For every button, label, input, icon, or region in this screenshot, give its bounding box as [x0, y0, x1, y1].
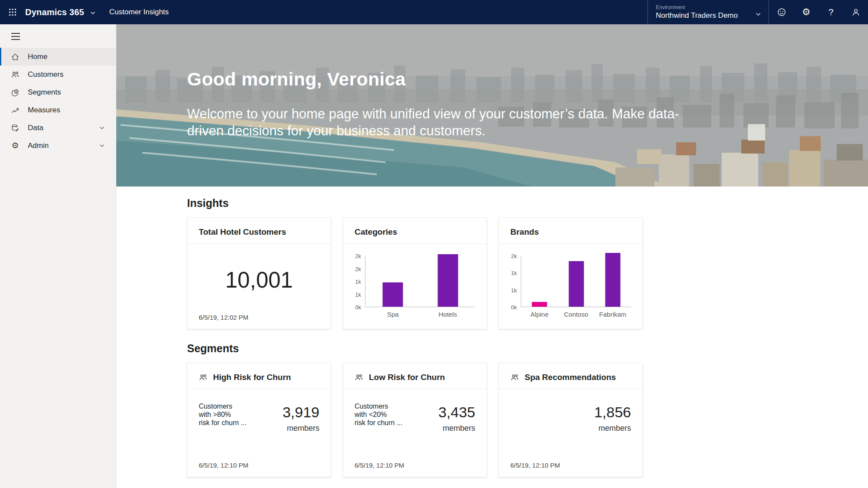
database-edit-icon — [11, 124, 20, 132]
hamburger-menu-icon[interactable] — [10, 31, 22, 42]
x-axis-label: Fabrikam — [599, 311, 627, 318]
sidebar-item-data[interactable]: Data — [0, 119, 116, 137]
x-axis-label: Hotels — [438, 311, 457, 318]
welcome-message: Welcome to your home page with unified v… — [187, 105, 686, 139]
segment-title: Low Risk for Churn — [369, 373, 445, 382]
sidebar-item-admin[interactable]: ⚙ Admin — [0, 137, 116, 154]
people-icon — [11, 70, 20, 79]
trending-arrow-icon — [11, 106, 20, 115]
main-content: Good morning, Veronica Welcome to your h… — [116, 24, 868, 488]
gear-icon: ⚙ — [802, 7, 811, 17]
card-timestamp: 6/5/19, 12:10 PM — [199, 462, 248, 469]
chart-plot-area: SpaHotels — [365, 256, 475, 307]
segment-member-count: 1,856 — [594, 404, 631, 421]
settings-button[interactable]: ⚙ — [794, 0, 819, 24]
sidebar-navigation: Home Customers Segments — [0, 24, 116, 488]
segment-header: Low Risk for Churn — [343, 363, 487, 389]
pie-segments-icon — [11, 88, 20, 97]
total-hotel-customers-card[interactable]: Total Hotel Customers 10,001 6/5/19, 12:… — [187, 217, 331, 329]
segment-description: Customers with >80% risk for churn ... — [199, 402, 247, 427]
segment-description: Customers with <20% risk for churn ... — [355, 402, 402, 427]
feedback-button[interactable] — [769, 0, 794, 24]
y-tick-label: 1k — [355, 279, 361, 285]
y-tick-label: 2k — [355, 253, 361, 259]
environment-label: Environment — [656, 4, 738, 10]
sidebar-item-label: Customers — [28, 70, 63, 79]
dashboard-content: Insights Total Hotel Customers 10,001 6/… — [116, 187, 868, 477]
bar-fabrikam — [605, 253, 620, 307]
insights-section-title: Insights — [187, 197, 851, 210]
people-icon — [355, 373, 363, 382]
help-button[interactable]: ? — [819, 0, 843, 24]
categories-card[interactable]: Categories 0k1k1k2k2k SpaHotels — [343, 217, 487, 329]
segment-header: Spa Recommendations — [499, 363, 642, 389]
y-tick-label: 2k — [511, 253, 517, 259]
segments-card-row: High Risk for Churn Customers with >80% … — [187, 363, 851, 477]
segment-metric: 1,856 members — [594, 402, 631, 433]
segment-title: High Risk for Churn — [213, 373, 291, 382]
sidebar-item-home[interactable]: Home — [0, 48, 116, 66]
sidebar-item-segments[interactable]: Segments — [0, 83, 116, 101]
chevron-down-icon[interactable] — [99, 126, 105, 130]
card-divider — [499, 243, 642, 244]
sidebar-item-label: Measures — [28, 106, 60, 115]
bar-spa — [383, 282, 403, 307]
smiley-icon — [777, 7, 786, 17]
y-tick-label: 0k — [511, 305, 517, 310]
product-name: Customer Insights — [109, 8, 169, 16]
bar-hotels — [437, 254, 458, 307]
y-tick-label: 0k — [355, 305, 361, 310]
y-tick-label: 1k — [511, 270, 517, 276]
segment-metric: 3,435 members — [438, 402, 475, 433]
brands-card[interactable]: Brands 0k1k1k2k AlpineContosoFabrikam — [499, 217, 643, 329]
app-launcher-waffle-icon[interactable] — [0, 0, 25, 24]
sidebar-item-label: Admin — [28, 141, 49, 150]
x-axis-label: Alpine — [530, 311, 549, 318]
person-icon — [851, 7, 861, 17]
question-mark-icon: ? — [829, 7, 834, 17]
brands-bar-chart: 0k1k1k2k AlpineContosoFabrikam — [503, 256, 631, 307]
bar-contoso — [569, 261, 584, 307]
segment-metric: 3,919 members — [283, 402, 319, 433]
card-timestamp: 6/5/19, 12:10 PM — [355, 462, 404, 469]
gear-icon: ⚙ — [11, 141, 20, 150]
chart-y-axis: 0k1k1k2k2k — [348, 256, 365, 307]
segment-unit-label: members — [438, 424, 475, 433]
segment-card-high-risk-churn[interactable]: High Risk for Churn Customers with >80% … — [187, 363, 331, 477]
chevron-down-icon[interactable] — [99, 144, 105, 147]
home-icon — [11, 52, 20, 61]
sidebar-item-measures[interactable]: Measures — [0, 101, 116, 119]
app-title[interactable]: Dynamics 365 — [25, 7, 84, 17]
card-title: Categories — [343, 218, 487, 243]
account-button[interactable] — [843, 0, 868, 24]
kpi-value: 10,001 — [187, 267, 331, 293]
waffle-icon — [9, 8, 16, 16]
environment-picker[interactable]: Environment Northwind Traders Demo — [648, 0, 769, 24]
sidebar-item-customers[interactable]: Customers — [0, 66, 116, 83]
chevron-down-icon — [756, 13, 761, 16]
segment-card-low-risk-churn[interactable]: Low Risk for Churn Customers with <20% r… — [343, 363, 487, 477]
segment-member-count: 3,435 — [438, 404, 475, 421]
segment-card-spa-recommendations[interactable]: Spa Recommendations 1,856 members 6/5/19… — [499, 363, 643, 477]
card-timestamp: 6/5/19, 12:10 PM — [510, 462, 560, 469]
segment-body: 1,856 members — [499, 389, 642, 433]
greeting-heading: Good morning, Veronica — [187, 69, 686, 90]
x-axis-label: Spa — [387, 311, 399, 318]
card-divider — [343, 243, 487, 244]
chart-plot-area: AlpineContosoFabrikam — [521, 256, 631, 307]
card-title: Total Hotel Customers — [187, 218, 331, 243]
chevron-down-icon[interactable] — [90, 11, 95, 15]
sidebar-item-label: Home — [28, 52, 47, 61]
card-timestamp: 6/5/19, 12:02 PM — [199, 314, 248, 321]
categories-bar-chart: 0k1k1k2k2k SpaHotels — [348, 256, 475, 307]
card-title: Brands — [499, 218, 642, 243]
segment-header: High Risk for Churn — [187, 363, 331, 389]
y-tick-label: 1k — [355, 291, 361, 297]
segment-member-count: 3,919 — [283, 404, 319, 421]
people-icon — [510, 373, 519, 382]
y-tick-label: 2k — [355, 266, 361, 272]
segment-body: Customers with <20% risk for churn ... 3… — [343, 389, 487, 433]
card-divider — [187, 243, 331, 244]
bar-alpine — [532, 302, 547, 307]
top-navigation-bar: Dynamics 365 Customer Insights Environme… — [0, 0, 868, 24]
